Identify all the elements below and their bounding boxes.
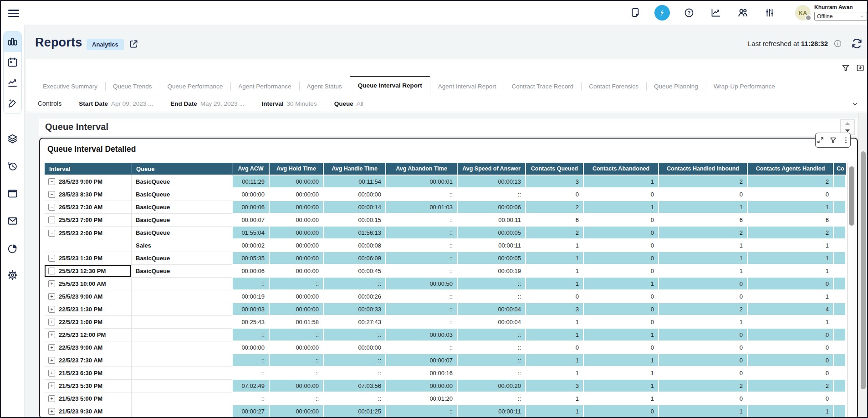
control-interval[interactable]: Interval30 Minutes: [262, 100, 317, 107]
metric-cell: 2: [659, 380, 748, 392]
metric-cell: 1: [526, 316, 584, 329]
expand-icon[interactable]: [817, 136, 824, 144]
control-start-date[interactable]: Start DateApr 09, 2023 ...: [79, 100, 153, 107]
metric-cell: 1: [584, 329, 659, 341]
expand-row-icon[interactable]: +: [48, 293, 55, 300]
layers-icon[interactable]: [7, 133, 18, 144]
expand-row-icon[interactable]: +: [48, 344, 55, 351]
controls-collapse-icon[interactable]: [851, 101, 859, 107]
tab-agent-performance[interactable]: Agent Performance: [230, 78, 299, 95]
history-icon[interactable]: [7, 160, 18, 172]
collapse-row-icon[interactable]: −: [48, 191, 55, 198]
info-icon[interactable]: [833, 39, 842, 48]
tab-agent-interval-report[interactable]: Agent Interval Report: [430, 78, 504, 95]
expand-row-icon[interactable]: +: [48, 280, 55, 287]
tab-contact-forensics[interactable]: Contact Forensics: [581, 78, 646, 95]
flash-icon[interactable]: [654, 5, 670, 21]
collapse-row-icon[interactable]: −: [48, 255, 55, 262]
collapse-row-icon[interactable]: −: [48, 268, 55, 274]
gear-icon[interactable]: [7, 269, 18, 281]
expand-row-icon[interactable]: +: [48, 370, 55, 377]
users-icon[interactable]: [735, 5, 751, 21]
note-icon[interactable]: [628, 5, 643, 21]
interval-cell: +25/5/23 9:00 AM: [45, 290, 132, 303]
col-header-co[interactable]: Co: [834, 163, 846, 175]
col-header-avg-speed-of-answer[interactable]: Avg Speed of Answer: [458, 163, 526, 175]
download-icon[interactable]: [856, 63, 865, 72]
metric-cell: 0: [659, 290, 748, 303]
expand-row-icon[interactable]: +: [48, 331, 55, 338]
metrics-icon[interactable]: [708, 5, 724, 21]
window-icon[interactable]: [7, 188, 18, 199]
tab-executive-summary[interactable]: Executive Summary: [35, 78, 105, 95]
tab-wrap-up-performance[interactable]: Wrap-Up Performance: [706, 78, 783, 95]
expand-row-icon[interactable]: +: [48, 408, 55, 415]
tab-queue-performance[interactable]: Queue Performance: [160, 78, 231, 95]
col-header-avg-hold-time[interactable]: Avg Hold Time: [270, 163, 324, 175]
sidebar-item-line-chart-icon[interactable]: [4, 72, 21, 93]
metric-cell: 0: [526, 290, 584, 303]
metric-cell: 0: [748, 329, 834, 341]
col-header-avg-acw[interactable]: Avg ACW: [233, 163, 270, 175]
tab-queue-planning[interactable]: Queue Planning: [646, 78, 706, 95]
expand-row-icon[interactable]: +: [48, 319, 55, 325]
sidebar-item-bar-chart-icon[interactable]: [4, 31, 21, 52]
control-queue[interactable]: QueueAll: [334, 100, 363, 107]
col-header-avg-handle-time[interactable]: Avg Handle Time: [324, 163, 386, 175]
control-end-date[interactable]: End DateMay 29, 2023 ...: [170, 100, 244, 107]
kebab-icon[interactable]: [842, 136, 850, 144]
expand-row-icon[interactable]: +: [48, 395, 55, 402]
col-header-contacts-handled-inbound[interactable]: Contacts Handled Inbound: [659, 163, 748, 175]
filter-icon[interactable]: [841, 63, 850, 72]
metric-cell: 1: [748, 201, 834, 214]
collapse-row-icon[interactable]: −: [48, 230, 55, 237]
tab-queue-trends[interactable]: Queue Trends: [105, 78, 160, 95]
col-header-interval[interactable]: Interval: [45, 163, 132, 175]
page-title: Reports: [35, 36, 82, 50]
interval-value: 21/5/23 9:30 AM: [59, 408, 102, 415]
metric-cell: 0: [584, 316, 659, 329]
collapse-row-icon[interactable]: −: [48, 178, 55, 185]
col-header-queue[interactable]: Queue: [132, 163, 233, 175]
collapse-row-icon[interactable]: −: [48, 217, 55, 223]
filter-visual-icon[interactable]: [829, 136, 837, 144]
sliders-icon[interactable]: [762, 5, 777, 21]
page-scrollbar-thumb[interactable]: [861, 151, 866, 389]
table-row: −25/5/23 7:00 PMBasicQueue00:00:0700:00:…: [45, 214, 846, 227]
expand-row-icon[interactable]: +: [48, 382, 55, 389]
table-row: +25/5/23 10:00 AM::::::00:00:50::1100: [45, 278, 846, 290]
status-select[interactable]: Offline: [814, 12, 867, 21]
mail-icon[interactable]: [7, 215, 18, 227]
expand-row-icon[interactable]: +: [48, 306, 55, 313]
refresh-icon[interactable]: [851, 37, 863, 50]
col-header-contacts-agents-handled[interactable]: Contacts Agents Handled: [748, 163, 834, 175]
tab-queue-interval-report[interactable]: Queue Interval Report: [350, 76, 430, 95]
scroll-up-icon[interactable]: [841, 120, 854, 127]
pie-chart-icon[interactable]: [7, 243, 18, 254]
col-header-avg-abandon-time[interactable]: Avg Abandon Time: [386, 163, 458, 175]
queue-cell: BasicQueue: [132, 188, 233, 201]
sidebar-item-annotate-icon[interactable]: [4, 93, 21, 114]
tab-agent-status[interactable]: Agent Status: [299, 78, 350, 95]
page-scrollbar[interactable]: [858, 113, 868, 417]
control-value: Apr 09, 2023 ...: [111, 100, 153, 107]
metric-cell: 00:00:19: [233, 290, 270, 303]
metric-cell: 1: [584, 175, 659, 188]
interval-cell: +21/5/23 6:30 PM: [45, 367, 132, 380]
help-icon[interactable]: ?: [681, 5, 697, 21]
sidebar-item-calendar-icon[interactable]: [4, 52, 21, 72]
metric-cell: 00:00:02: [233, 239, 270, 252]
expand-row-icon[interactable]: +: [48, 357, 55, 364]
avatar[interactable]: KA: [795, 5, 811, 21]
metric-cell: ::: [270, 392, 324, 405]
menu-icon[interactable]: [8, 8, 19, 18]
col-header-contacts-abandoned[interactable]: Contacts Abandoned: [584, 163, 659, 175]
collapse-row-icon[interactable]: −: [48, 204, 55, 211]
table-scrollbar-thumb[interactable]: [849, 166, 854, 226]
col-header-contacts-queued[interactable]: Contacts Queued: [526, 163, 584, 175]
table-scrollbar[interactable]: [847, 163, 856, 418]
external-link-icon[interactable]: [128, 39, 139, 49]
clipped-metric-cell: [834, 316, 846, 329]
tab-contract-trace-record[interactable]: Contract Trace Record: [504, 78, 581, 95]
top-bar: ? KA Khurram Awan Offline: [1, 1, 867, 25]
